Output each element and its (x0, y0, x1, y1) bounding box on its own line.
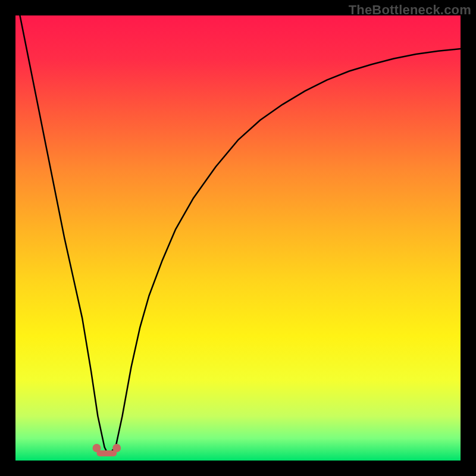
chart-frame: TheBottleneck.com (0, 0, 476, 476)
watermark-text: TheBottleneck.com (349, 2, 471, 18)
plot-area (15, 15, 461, 461)
svg-rect-2 (97, 450, 117, 456)
gradient-background (15, 15, 461, 461)
